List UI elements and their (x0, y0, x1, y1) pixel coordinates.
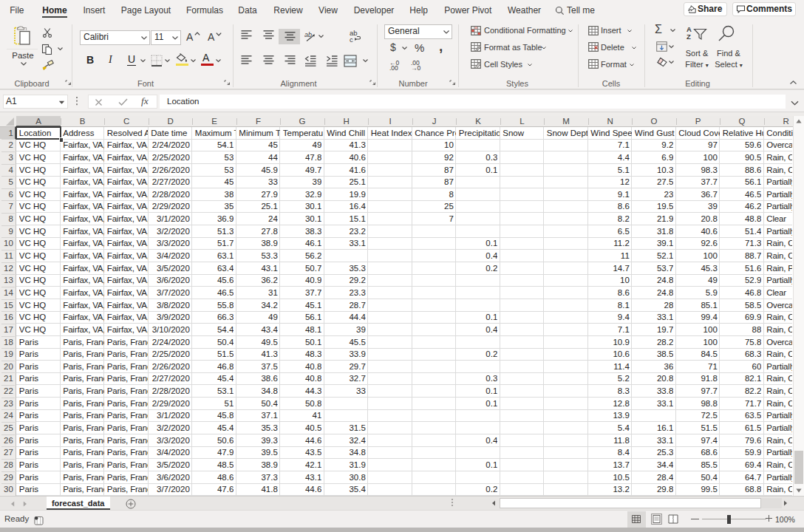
svg-text:c: c (350, 35, 353, 43)
